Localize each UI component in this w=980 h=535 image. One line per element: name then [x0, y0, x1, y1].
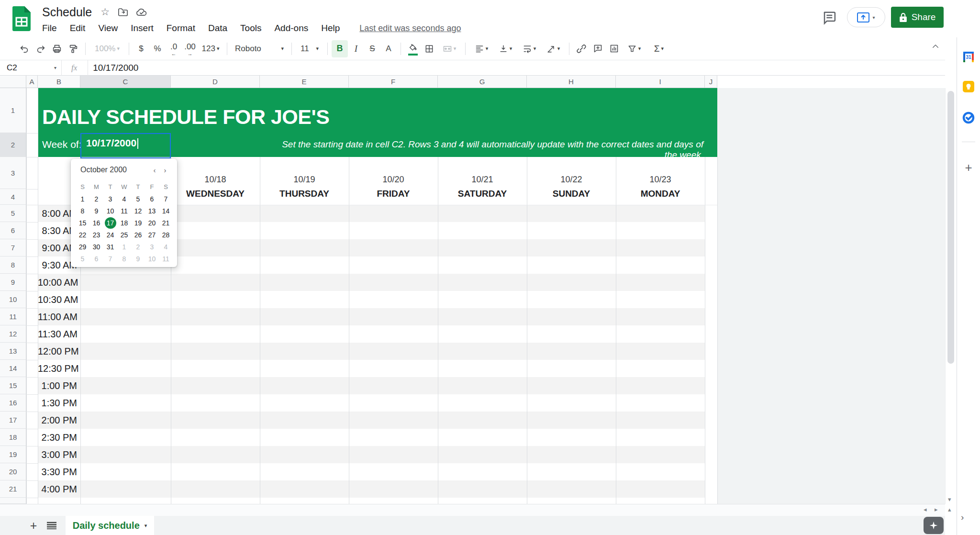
day-number[interactable]: 24: [105, 229, 116, 241]
menu-insert[interactable]: Insert: [131, 23, 154, 33]
borders-button[interactable]: [421, 40, 437, 57]
present-dropdown-arrow-icon[interactable]: ▾: [872, 15, 875, 20]
date-picker-day[interactable]: 8: [117, 253, 131, 265]
menu-data[interactable]: Data: [208, 23, 227, 33]
time-cell-1000am[interactable]: 10:00 AM: [38, 274, 77, 291]
column-header-D[interactable]: D: [171, 76, 260, 88]
date-picker-day[interactable]: 2: [131, 241, 145, 253]
date-picker-day[interactable]: 21: [159, 217, 173, 229]
show-side-panel-icon[interactable]: ›: [961, 512, 964, 523]
insert-chart-icon[interactable]: [606, 40, 622, 57]
day-header-monday[interactable]: MONDAY: [616, 185, 705, 202]
paint-format-icon[interactable]: [65, 40, 81, 57]
date-picker-day[interactable]: 31: [103, 241, 117, 253]
cloud-saved-icon[interactable]: [136, 8, 147, 16]
date-picker-day[interactable]: 10: [103, 205, 117, 217]
create-filter-button[interactable]: ▾: [622, 40, 646, 57]
date-picker-day[interactable]: 15: [76, 217, 89, 229]
date-picker-day[interactable]: 4: [159, 241, 173, 253]
move-to-folder-icon[interactable]: [118, 8, 128, 16]
print-icon[interactable]: [49, 40, 65, 57]
all-sheets-icon[interactable]: [44, 518, 59, 533]
date-picker-day[interactable]: 11: [117, 205, 131, 217]
date-picker-day[interactable]: 3: [145, 241, 159, 253]
day-number[interactable]: 25: [119, 229, 130, 241]
sheet-tab-menu-arrow-icon[interactable]: ▾: [145, 523, 147, 529]
date-picker-day[interactable]: 27: [145, 229, 159, 241]
menu-view[interactable]: View: [98, 23, 118, 33]
google-keep-icon[interactable]: [962, 80, 975, 93]
undo-icon[interactable]: [16, 40, 33, 57]
day-number[interactable]: 30: [91, 241, 102, 253]
time-cell-1030am[interactable]: 10:30 AM: [38, 291, 77, 308]
date-picker-day[interactable]: 1: [117, 241, 131, 253]
google-tasks-icon[interactable]: [962, 111, 975, 124]
menu-addons[interactable]: Add-ons: [274, 23, 308, 33]
date-picker-day[interactable]: 3: [103, 193, 117, 205]
horizontal-align-button[interactable]: ▾: [469, 40, 493, 57]
date-picker-day[interactable]: 8: [76, 205, 89, 217]
day-number[interactable]: 5: [77, 253, 89, 265]
row-header-12[interactable]: 12: [0, 325, 26, 343]
date-picker-day[interactable]: 1: [76, 193, 89, 205]
column-header-J[interactable]: J: [705, 76, 717, 88]
time-cell-330pm[interactable]: 3:30 PM: [38, 463, 77, 480]
day-number[interactable]: 2: [133, 241, 144, 253]
time-cell-400pm[interactable]: 4:00 PM: [38, 480, 77, 498]
date-picker-day[interactable]: 19: [131, 217, 145, 229]
sheets-logo-icon[interactable]: [12, 6, 31, 31]
time-cell-1130am[interactable]: 11:30 AM: [38, 325, 77, 343]
day-number[interactable]: 14: [160, 205, 172, 217]
time-cell-200pm[interactable]: 2:00 PM: [38, 412, 77, 429]
day-number[interactable]: 9: [91, 205, 102, 217]
add-sheet-icon[interactable]: +: [26, 518, 41, 533]
day-number[interactable]: 26: [133, 229, 144, 241]
text-color-button[interactable]: A: [380, 40, 397, 57]
day-number[interactable]: 29: [77, 241, 89, 253]
time-cell-1230pm[interactable]: 12:30 PM: [38, 360, 77, 377]
day-number[interactable]: 2: [91, 193, 102, 205]
show-comments-icon[interactable]: [822, 11, 836, 27]
date-picker-day[interactable]: 26: [131, 229, 145, 241]
column-header-E[interactable]: E: [260, 76, 349, 88]
day-number[interactable]: 23: [91, 229, 102, 241]
day-number[interactable]: 28: [160, 229, 172, 241]
day-number[interactable]: 9: [133, 253, 144, 265]
fill-color-button[interactable]: [405, 40, 421, 57]
scroll-down-icon[interactable]: ▾: [948, 496, 951, 503]
day-number[interactable]: 18: [119, 217, 130, 229]
share-button[interactable]: Share: [891, 7, 944, 28]
date-picker-day[interactable]: 9: [131, 253, 145, 265]
select-all-corner[interactable]: [0, 76, 26, 88]
time-cell-1200pm[interactable]: 12:00 PM: [38, 343, 77, 360]
row-header-9[interactable]: 9: [0, 274, 26, 291]
cell-editor-value[interactable]: 10/17/2000: [86, 137, 136, 148]
row-header-3[interactable]: 3: [0, 157, 26, 189]
date-picker-day[interactable]: 29: [76, 241, 89, 253]
date-picker-day[interactable]: 7: [159, 193, 173, 205]
date-picker-day[interactable]: 13: [145, 205, 159, 217]
zoom-select[interactable]: 100%▾: [89, 40, 125, 57]
insert-comment-icon[interactable]: [590, 40, 606, 57]
row-header-21[interactable]: 21: [0, 480, 26, 498]
date-picker-day[interactable]: 11: [159, 253, 173, 265]
date-picker-selected-day[interactable]: 17: [103, 217, 117, 229]
row-header-19[interactable]: 19: [0, 446, 26, 463]
more-formats-button[interactable]: 123▾: [198, 40, 223, 57]
day-number[interactable]: 5: [133, 193, 144, 205]
explore-button[interactable]: [924, 517, 944, 534]
column-header-F[interactable]: F: [349, 76, 438, 88]
date-picker-day[interactable]: 16: [89, 217, 103, 229]
row-header-6[interactable]: 6: [0, 222, 26, 239]
time-cell-230pm[interactable]: 2:30 PM: [38, 429, 77, 446]
get-add-ons-icon[interactable]: +: [962, 161, 975, 174]
day-header-thursday[interactable]: THURSDAY: [260, 185, 349, 202]
italic-button[interactable]: I: [348, 40, 364, 57]
menu-edit[interactable]: Edit: [70, 23, 86, 33]
day-number[interactable]: 8: [77, 205, 89, 217]
day-number[interactable]: 15: [77, 217, 89, 229]
sheet-title[interactable]: DAILY SCHEDULE FOR JOE'S: [42, 105, 329, 129]
format-percent-icon[interactable]: %: [149, 40, 166, 57]
row-header-5[interactable]: 5: [0, 205, 26, 222]
text-rotation-button[interactable]: ▾: [541, 40, 565, 57]
